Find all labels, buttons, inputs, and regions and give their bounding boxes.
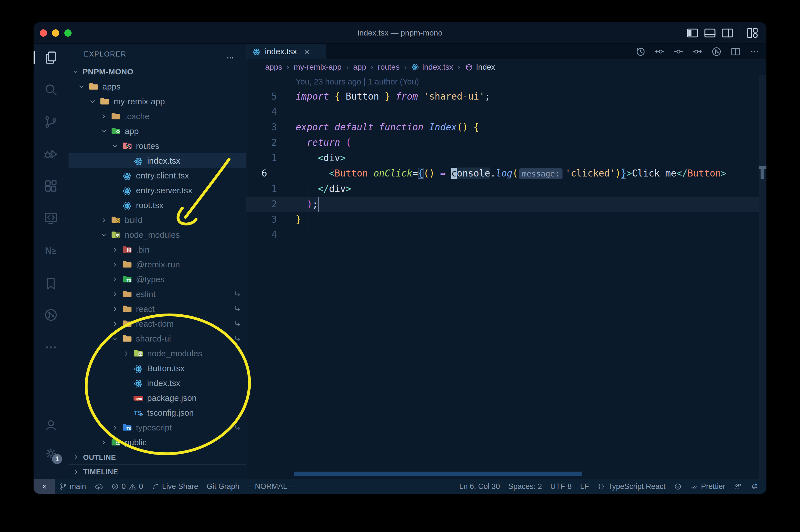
chevron-right-icon[interactable]	[100, 439, 108, 446]
chevron-right-icon[interactable]	[111, 291, 119, 298]
chevron-down-icon[interactable]	[78, 83, 85, 90]
close-tab-icon[interactable]: ×	[304, 47, 310, 56]
tree-item-my-remix-app[interactable]: my-remix-app	[69, 94, 246, 109]
tree-item-eslint[interactable]: eslint	[69, 287, 246, 302]
open-changes-next-icon[interactable]	[692, 46, 703, 57]
chevron-down-icon[interactable]	[111, 335, 119, 342]
activity-bar-item-settings[interactable]: 1	[43, 445, 59, 461]
activity-bar-item-bookmarks[interactable]	[43, 276, 59, 291]
breadcrumb-item-index-tsx[interactable]: index.tsx	[411, 63, 453, 72]
breadcrumb-item-routes[interactable]: routes	[378, 63, 400, 72]
layout-sidebar-right-icon[interactable]	[721, 26, 734, 40]
activity-bar-item-search[interactable]	[43, 82, 59, 98]
status-item-vim-mode[interactable]: -- NORMAL --	[244, 479, 298, 494]
tree-item-index-tsx[interactable]: index.tsx	[69, 153, 246, 168]
layout-customize-icon[interactable]	[746, 26, 759, 40]
tree-item-root-tsx[interactable]: root.tsx	[69, 198, 246, 213]
tree-item-tsconfig-json[interactable]: TStsconfig.json	[69, 405, 246, 420]
status-item-language-mode[interactable]: TypeScript React	[593, 479, 670, 494]
tree-item-app[interactable]: app	[69, 124, 246, 138]
activity-bar-item-remote-explorer[interactable]	[43, 211, 59, 226]
tree-item-typescript[interactable]: TStypescript	[69, 420, 246, 435]
chevron-down-icon[interactable]	[100, 128, 108, 135]
sidebar-section-timeline[interactable]: TIMELINE	[69, 464, 246, 479]
tree-item-entry-server-tsx[interactable]: entry.server.tsx	[69, 183, 246, 198]
status-item-cursor-position[interactable]: Ln 6, Col 30	[455, 479, 504, 494]
more-actions-icon[interactable]	[749, 46, 760, 57]
activity-bar-item-nx-console[interactable]: N≥	[43, 243, 59, 259]
breadcrumb-label: apps	[265, 63, 282, 72]
split-editor-icon[interactable]	[730, 46, 741, 57]
chevron-right-icon[interactable]	[111, 320, 119, 327]
activity-bar-item-additional-views[interactable]	[43, 340, 59, 355]
activity-bar-item-explorer[interactable]	[43, 50, 59, 65]
tree-item-node-modules[interactable]: JSnode_modules	[69, 346, 246, 361]
sidebar-section-outline[interactable]: OUTLINE	[69, 450, 246, 464]
activity-bar-item-source-control[interactable]	[43, 114, 59, 130]
tree-item-apps[interactable]: apps	[69, 79, 246, 94]
code-editor[interactable]: You, 23 hours ago | 1 author (You) 5impo…	[246, 75, 766, 479]
layout-sidebar-left-icon[interactable]	[686, 26, 699, 40]
tree-item-node-modules[interactable]: JSnode_modules	[69, 227, 246, 242]
chevron-right-icon	[73, 454, 80, 461]
file-history-icon[interactable]	[711, 46, 722, 57]
chevron-right-icon[interactable]	[111, 261, 119, 268]
tree-item-package-json[interactable]: npmpackage.json	[69, 391, 246, 405]
status-item-indentation[interactable]: Spaces: 2	[504, 479, 546, 494]
breadcrumb-item-app[interactable]: app	[353, 63, 366, 72]
open-changes-previous-icon[interactable]	[654, 46, 665, 57]
breadcrumb-item-index[interactable]: Index	[465, 63, 495, 72]
horizontal-scrollbar-thumb[interactable]	[294, 472, 582, 476]
breadcrumb-item-apps[interactable]: apps	[265, 63, 282, 72]
activity-bar-item-git-graph[interactable]	[43, 307, 59, 323]
status-item-copilot[interactable]	[670, 479, 686, 494]
vertical-scrollbar[interactable]	[759, 75, 766, 479]
tree-item-react[interactable]: react	[69, 302, 246, 316]
chevron-right-icon[interactable]	[100, 113, 108, 120]
chevron-right-icon[interactable]	[111, 246, 119, 253]
tree-item-entry-client-tsx[interactable]: entry.client.tsx	[69, 168, 246, 183]
tree-item-build[interactable]: build	[69, 213, 246, 227]
tree-item-button-tsx[interactable]: Button.tsx	[69, 361, 246, 376]
activity-bar-item-extensions[interactable]	[43, 178, 59, 194]
chevron-right-icon[interactable]	[111, 276, 119, 283]
chevron-right-icon[interactable]	[122, 350, 130, 357]
status-item-eol[interactable]: LF	[576, 479, 593, 494]
status-item-sync[interactable]	[90, 479, 107, 494]
tree-item-react-dom[interactable]: react-dom	[69, 316, 246, 331]
chevron-down-icon[interactable]	[100, 231, 108, 239]
status-item-problems[interactable]: 00	[107, 479, 147, 494]
breadcrumb-item-my-remix-app[interactable]: my-remix-app	[294, 63, 342, 72]
chevron-right-icon[interactable]	[100, 216, 108, 224]
tsconfig-icon: TS	[133, 408, 144, 417]
status-item-notifications[interactable]	[746, 479, 763, 494]
status-item-live-share[interactable]: Live Share	[147, 479, 203, 494]
tree-item--bin[interactable]: 0110.bin	[69, 242, 246, 257]
chevron-down-icon[interactable]	[89, 98, 96, 105]
tab-index-tsx[interactable]: index.tsx ×	[246, 44, 326, 59]
open-changes-icon[interactable]	[673, 46, 684, 57]
tree-root-pnpm-mono[interactable]: PNPM-MONO	[69, 64, 246, 79]
breadcrumb-label: app	[353, 63, 366, 72]
status-item-feedback[interactable]	[729, 479, 746, 494]
chevron-right-icon[interactable]	[111, 305, 119, 313]
tree-item--remix-run[interactable]: @remix-run	[69, 257, 246, 272]
tree-item-index-tsx[interactable]: index.tsx	[69, 376, 246, 391]
tree-item-public[interactable]: public	[69, 435, 246, 450]
tree-item-shared-ui[interactable]: shared-ui	[69, 331, 246, 346]
chevron-down-icon[interactable]	[111, 142, 119, 150]
layout-panel-bottom-icon[interactable]	[703, 26, 717, 40]
tree-item-routes[interactable]: routes	[69, 138, 246, 153]
status-item-formatter[interactable]: Prettier	[686, 479, 729, 494]
activity-bar-item-accounts[interactable]	[43, 417, 59, 433]
remote-indicator[interactable]	[34, 479, 55, 494]
status-item-branch[interactable]: main	[55, 479, 90, 494]
timeline-icon[interactable]	[635, 46, 646, 57]
tree-item--cache[interactable]: .cache	[69, 109, 246, 124]
status-item-git-graph[interactable]: Git Graph	[203, 479, 244, 494]
chevron-right-icon[interactable]	[111, 424, 119, 431]
tree-item--types[interactable]: TS@types	[69, 272, 246, 287]
activity-bar-item-run-and-debug[interactable]	[43, 146, 59, 162]
explorer-more-actions-icon[interactable]	[226, 50, 235, 58]
status-item-encoding[interactable]: UTF-8	[546, 479, 576, 494]
